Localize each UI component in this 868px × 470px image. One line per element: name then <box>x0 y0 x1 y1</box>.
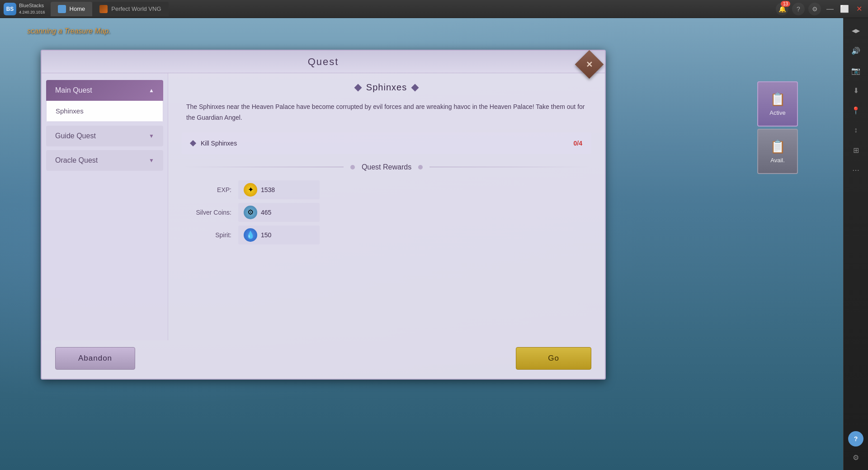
category-oracle-quest[interactable]: Oracle Quest ▼ <box>46 150 163 171</box>
exp-icon: ✦ <box>244 183 257 197</box>
right-sidebar: ◀▶ 🔊 📷 ⬇ 📍 ↕ ⊞ ⋯ ? ⚙ <box>843 18 868 470</box>
avail-quest-icon: 📋 <box>770 139 786 154</box>
window-close-button[interactable]: ✕ <box>854 4 864 14</box>
download-button[interactable]: ⬇ <box>847 81 865 99</box>
active-quest-button[interactable]: 📋 Active <box>757 81 798 127</box>
guide-quest-header[interactable]: Guide Quest ▼ <box>46 126 163 146</box>
silver-value: 465 <box>261 209 271 216</box>
help-circle-button[interactable]: ? <box>848 431 863 446</box>
quest-objective: Kill Sphinxes 0/4 <box>182 132 591 154</box>
guide-quest-arrow: ▼ <box>149 133 154 139</box>
quest-name: Sphinxes <box>366 82 407 93</box>
spirit-label: Spirit: <box>191 231 231 239</box>
main-area: scanning a Treasure Map. Quest ✕ <box>0 18 868 470</box>
active-quest-icon: 📋 <box>770 92 786 107</box>
screenshot-button[interactable]: 📷 <box>847 61 865 80</box>
top-scan-text: scanning a Treasure Map. <box>27 27 111 35</box>
panel-footer: Abandon Go <box>42 340 605 379</box>
exp-value: 1538 <box>261 186 275 193</box>
quest-quick-panel: 📋 Active 📋 Avail. <box>757 81 798 174</box>
maximize-button[interactable]: ⬜ <box>839 4 850 14</box>
category-guide-quest[interactable]: Guide Quest ▼ <box>46 126 163 146</box>
rewards-section-label: Quest Rewards <box>362 163 411 171</box>
reward-spirit: Spirit: 💧 150 <box>191 226 582 244</box>
logo-text: BlueStacks 4.240.20.1016 <box>19 3 45 14</box>
quest-panel: Quest ✕ Main Quest <box>41 50 606 380</box>
quest-diamond-left <box>354 84 362 91</box>
bottom-settings-button[interactable]: ⚙ <box>847 448 865 466</box>
quest-content: Sphinxes The Sphinxes near the Heaven Pa… <box>168 73 605 340</box>
quest-description: The Sphinxes near the Heaven Palace have… <box>182 102 591 123</box>
panel-title: Quest <box>308 56 339 68</box>
quest-name-header: Sphinxes <box>182 82 591 93</box>
bluestacks-shell: BS BlueStacks 4.240.20.1016 Home Perfect… <box>0 0 868 470</box>
expand-button[interactable]: ◀▶ <box>847 22 865 40</box>
game-viewport: scanning a Treasure Map. Quest ✕ <box>0 18 843 470</box>
close-icon: ✕ <box>586 59 593 69</box>
notification-badge: 13 <box>781 1 790 7</box>
abandon-button[interactable]: Abandon <box>55 347 135 370</box>
spirit-value: 150 <box>261 231 271 239</box>
objective-text: Kill Sphinxes <box>201 140 568 147</box>
title-bar: BS BlueStacks 4.240.20.1016 Home Perfect… <box>0 0 868 18</box>
reward-silver: Silver Coins: ⚙ 465 <box>191 203 582 222</box>
location-button[interactable]: 📍 <box>847 101 865 119</box>
oracle-quest-arrow: ▼ <box>149 157 154 164</box>
avail-label: Avail. <box>770 157 785 164</box>
sidebar-item-sphinxes[interactable]: Sphinxes <box>47 101 163 122</box>
more-button[interactable]: ⋯ <box>847 161 865 179</box>
help-button[interactable]: ? <box>792 3 805 15</box>
oracle-quest-header[interactable]: Oracle Quest ▼ <box>46 150 163 171</box>
app-logo: BS BlueStacks 4.240.20.1016 <box>4 3 45 15</box>
main-quest-header[interactable]: Main Quest ▲ <box>46 80 163 101</box>
category-main-quest[interactable]: Main Quest ▲ Sphinxes <box>46 80 163 122</box>
silver-icon: ⚙ <box>244 206 257 219</box>
rewards-divider: Quest Rewards <box>182 163 591 171</box>
panel-body: Main Quest ▲ Sphinxes <box>42 73 605 340</box>
notification-wrap: 🔔 13 <box>776 3 788 15</box>
divider-line-right <box>429 167 591 167</box>
quest-diamond-right <box>411 84 419 91</box>
quest-close-button[interactable]: ✕ <box>578 53 600 75</box>
active-label: Active <box>769 109 785 116</box>
exp-bar: ✦ 1538 <box>238 180 320 199</box>
objective-progress: 0/4 <box>574 140 582 147</box>
logo-icon: BS <box>4 3 16 15</box>
rewards-list: EXP: ✦ 1538 Silver Coins: ⚙ <box>182 180 591 244</box>
spirit-icon: 💧 <box>244 228 257 242</box>
main-quest-arrow: ▲ <box>149 87 154 94</box>
quest-sidebar: Main Quest ▲ Sphinxes <box>42 73 168 340</box>
minimize-button[interactable]: — <box>825 4 835 14</box>
home-tab-icon <box>58 5 66 13</box>
go-button[interactable]: Go <box>516 347 591 370</box>
divider-circle-left <box>350 165 355 169</box>
tab-game[interactable]: Perfect World VNG <box>92 2 168 16</box>
divider-circle-right <box>418 165 423 169</box>
quest-subcategory-main: Sphinxes <box>46 101 163 122</box>
help-icon: ? <box>854 435 858 442</box>
rotate-button[interactable]: ↕ <box>847 121 865 139</box>
tab-home[interactable]: Home <box>51 2 93 16</box>
title-bar-controls: 🔔 13 ? ⚙ — ⬜ ✕ <box>776 3 864 15</box>
objective-diamond <box>190 140 196 146</box>
multiinstance-button[interactable]: ⊞ <box>847 141 865 159</box>
settings-button[interactable]: ⚙ <box>808 3 821 15</box>
spirit-bar: 💧 150 <box>238 226 320 244</box>
panel-header: Quest ✕ <box>42 51 605 73</box>
reward-exp: EXP: ✦ 1538 <box>191 180 582 199</box>
game-tab-icon <box>99 5 108 13</box>
exp-label: EXP: <box>191 186 231 193</box>
avail-quest-button[interactable]: 📋 Avail. <box>757 129 798 174</box>
silver-label: Silver Coins: <box>191 209 231 216</box>
silver-bar: ⚙ 465 <box>238 203 320 222</box>
divider-line-left <box>182 167 344 167</box>
volume-button[interactable]: 🔊 <box>847 42 865 60</box>
